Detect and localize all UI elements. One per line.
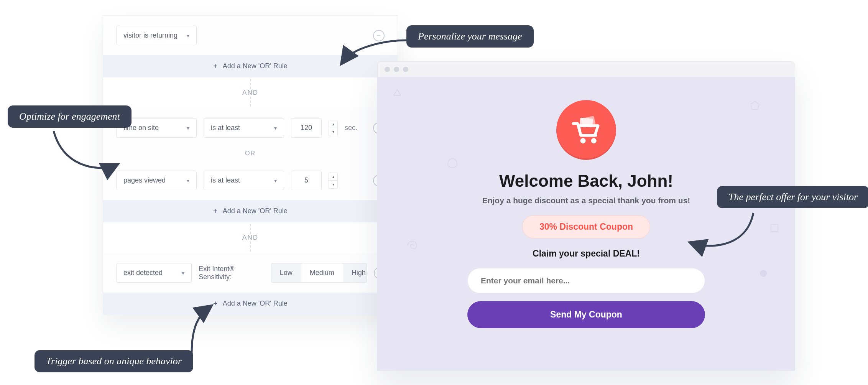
rule-op-value: is at least bbox=[211, 124, 240, 132]
plus-icon: + bbox=[213, 207, 217, 215]
svg-point-3 bbox=[760, 270, 767, 277]
browser-bar bbox=[378, 62, 795, 77]
svg-point-1 bbox=[448, 159, 457, 168]
svg-rect-4 bbox=[771, 224, 778, 231]
rule-value-input[interactable]: 120 bbox=[291, 118, 322, 138]
callout-optimize: Optimize for engagement bbox=[8, 105, 132, 128]
callout-offer: The perfect offer for your visitor bbox=[717, 186, 868, 208]
rule-field-value: pages viewed bbox=[123, 176, 166, 184]
rule-row: exit detected ▾ Exit Intent® Sensitivity… bbox=[103, 253, 398, 293]
svg-point-7 bbox=[580, 138, 586, 143]
callout-personalize: Personalize your message bbox=[406, 25, 534, 48]
triangle-icon bbox=[393, 89, 401, 97]
chevron-down-icon: ▾ bbox=[187, 33, 189, 39]
cart-icon bbox=[569, 113, 603, 147]
pentagon-icon bbox=[750, 100, 760, 111]
spiral-icon bbox=[404, 238, 420, 253]
arrow-icon bbox=[337, 36, 414, 76]
number-spinner: ▴ ▾ bbox=[329, 120, 338, 136]
square-icon bbox=[769, 223, 779, 233]
arrow-icon bbox=[50, 127, 119, 183]
step-down-button[interactable]: ▾ bbox=[329, 128, 337, 136]
sensitivity-label: Exit Intent® Sensitivity: bbox=[199, 265, 264, 281]
send-coupon-button[interactable]: Send My Coupon bbox=[467, 301, 705, 328]
chevron-down-icon: ▾ bbox=[274, 125, 277, 131]
callout-trigger: Trigger based on unique behavior bbox=[35, 350, 193, 372]
arrow-icon bbox=[688, 209, 757, 264]
connector-or: OR bbox=[103, 148, 398, 161]
step-up-button[interactable]: ▴ bbox=[329, 173, 337, 181]
add-or-rule-button[interactable]: + Add a New 'OR' Rule bbox=[103, 200, 398, 222]
rule-field-value: visitor is returning bbox=[123, 31, 178, 39]
coupon-pill: 30% Discount Coupon bbox=[522, 215, 650, 239]
email-input[interactable] bbox=[467, 268, 705, 293]
rule-row: time on site ▾ is at least ▾ 120 ▴ ▾ sec… bbox=[103, 108, 398, 148]
arrow-icon bbox=[188, 303, 234, 358]
connector-and: AND bbox=[103, 77, 398, 108]
chevron-down-icon: ▾ bbox=[187, 178, 189, 184]
step-down-button[interactable]: ▾ bbox=[329, 181, 337, 188]
svg-marker-0 bbox=[394, 89, 401, 95]
rule-operator-select[interactable]: is at least ▾ bbox=[204, 118, 284, 138]
rule-field-value: exit detected bbox=[123, 269, 163, 277]
rule-row: pages viewed ▾ is at least ▾ 5 ▴ ▾ − bbox=[103, 161, 398, 200]
rule-value-input[interactable]: 5 bbox=[291, 171, 322, 190]
rule-group-3: exit detected ▾ Exit Intent® Sensitivity… bbox=[103, 253, 398, 314]
rule-field-select[interactable]: visitor is returning ▾ bbox=[116, 26, 197, 45]
add-or-label: Add a New 'OR' Rule bbox=[223, 207, 288, 215]
chevron-down-icon: ▾ bbox=[187, 125, 189, 131]
circle-icon bbox=[447, 158, 458, 169]
rule-field-select[interactable]: exit detected ▾ bbox=[116, 263, 192, 283]
sensitivity-medium-option[interactable]: Medium bbox=[301, 263, 343, 282]
plus-icon: + bbox=[213, 62, 217, 70]
step-up-button[interactable]: ▴ bbox=[329, 120, 337, 128]
circle-icon bbox=[759, 269, 768, 278]
chevron-down-icon: ▾ bbox=[182, 270, 184, 276]
svg-marker-2 bbox=[751, 101, 759, 109]
cart-badge bbox=[556, 100, 616, 160]
rule-operator-select[interactable]: is at least ▾ bbox=[204, 171, 284, 190]
rule-suffix: sec. bbox=[345, 124, 357, 132]
svg-point-8 bbox=[591, 138, 597, 143]
add-or-rule-button[interactable]: + Add a New 'OR' Rule bbox=[103, 293, 398, 314]
sensitivity-segmented: Low Medium High bbox=[271, 263, 367, 283]
add-or-label: Add a New 'OR' Rule bbox=[223, 62, 288, 70]
sensitivity-high-option[interactable]: High bbox=[343, 263, 367, 282]
connector-and: AND bbox=[103, 222, 398, 253]
number-spinner: ▴ ▾ bbox=[329, 173, 338, 189]
rule-group-2: time on site ▾ is at least ▾ 120 ▴ ▾ sec… bbox=[103, 108, 398, 222]
rule-field-select[interactable]: pages viewed ▾ bbox=[116, 171, 197, 190]
rule-op-value: is at least bbox=[211, 176, 240, 184]
sensitivity-low-option[interactable]: Low bbox=[271, 263, 301, 282]
rule-value: 120 bbox=[301, 124, 312, 132]
rule-value: 5 bbox=[304, 176, 308, 184]
chevron-down-icon: ▾ bbox=[274, 178, 277, 184]
